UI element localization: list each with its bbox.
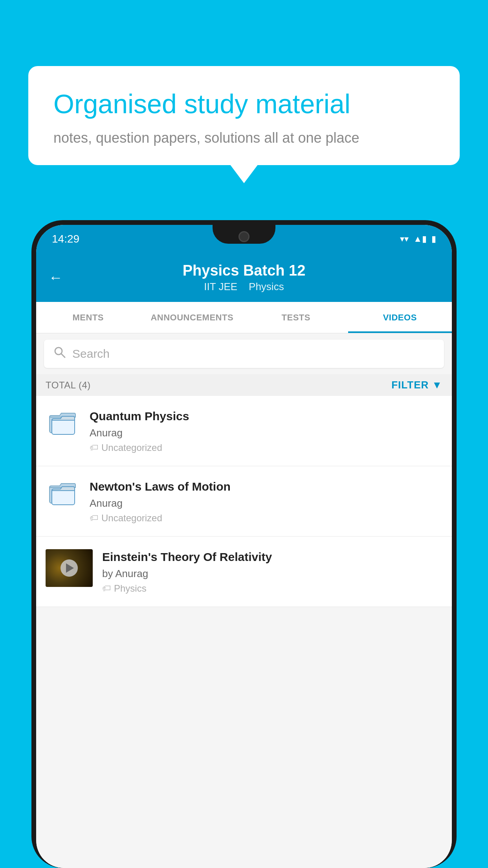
video-list: Quantum Physics Anurag 🏷 Uncategorized <box>36 396 452 607</box>
tag-text: Physics <box>114 583 147 594</box>
tab-videos[interactable]: VIDEOS <box>348 302 452 333</box>
battery-icon: ▮ <box>431 234 436 244</box>
tag-icon: 🏷 <box>90 443 98 453</box>
video-author: by Anurag <box>102 568 442 580</box>
filter-label: FILTER <box>391 379 429 391</box>
list-item[interactable]: Einstein's Theory Of Relativity by Anura… <box>36 537 452 607</box>
search-bar[interactable]: Search <box>44 340 444 368</box>
filter-icon: ▼ <box>432 379 442 391</box>
filter-row: TOTAL (4) FILTER ▼ <box>36 374 452 396</box>
list-item[interactable]: Quantum Physics Anurag 🏷 Uncategorized <box>36 396 452 466</box>
folder-icon-container <box>46 479 80 506</box>
header-title: Physics Batch 12 <box>183 262 306 279</box>
video-author: Anurag <box>90 427 442 439</box>
svg-rect-3 <box>52 419 75 434</box>
header-subtitle: IIT JEE Physics <box>204 281 284 293</box>
total-count: TOTAL (4) <box>46 380 91 391</box>
video-tag: 🏷 Uncategorized <box>90 442 442 453</box>
svg-line-1 <box>61 354 65 357</box>
video-tag: 🏷 Physics <box>102 583 442 594</box>
play-triangle-icon <box>66 563 74 573</box>
bubble-title: Organised study material <box>53 88 435 120</box>
bubble-subtitle: notes, question papers, solutions all at… <box>53 130 435 146</box>
tab-tests[interactable]: TESTS <box>244 302 348 333</box>
folder-icon <box>49 410 77 435</box>
notch <box>213 225 275 244</box>
app-header: ← Physics Batch 12 IIT JEE Physics <box>36 253 452 302</box>
filter-button[interactable]: FILTER ▼ <box>391 379 442 391</box>
search-icon <box>53 346 66 362</box>
svg-rect-5 <box>52 489 75 505</box>
folder-icon <box>49 480 77 506</box>
tab-announcements[interactable]: ANNOUNCEMENTS <box>140 302 244 333</box>
tag-icon: 🏷 <box>102 583 111 594</box>
video-thumbnail <box>46 549 93 587</box>
video-info: Newton's Laws of Motion Anurag 🏷 Uncateg… <box>90 479 442 524</box>
signal-icon: ▲▮ <box>413 234 427 244</box>
video-author: Anurag <box>90 497 442 509</box>
tab-ments[interactable]: MENTS <box>36 302 140 333</box>
video-tag: 🏷 Uncategorized <box>90 513 442 524</box>
search-placeholder: Search <box>72 347 110 360</box>
status-time: 14:29 <box>52 233 79 245</box>
back-button[interactable]: ← <box>49 269 63 286</box>
screen-content: Search TOTAL (4) FILTER ▼ <box>36 333 452 868</box>
tag-text: Uncategorized <box>101 513 162 524</box>
tabs-bar: MENTS ANNOUNCEMENTS TESTS VIDEOS <box>36 302 452 333</box>
video-title: Einstein's Theory Of Relativity <box>102 549 442 565</box>
phone-screen: 14:29 ▾▾ ▲▮ ▮ ← Physics Batch 12 IIT JEE… <box>36 225 452 868</box>
phone-frame: 14:29 ▾▾ ▲▮ ▮ ← Physics Batch 12 IIT JEE… <box>31 220 457 868</box>
folder-icon-container <box>46 408 80 435</box>
video-title: Newton's Laws of Motion <box>90 479 442 494</box>
camera <box>238 231 250 242</box>
wifi-icon: ▾▾ <box>400 234 409 244</box>
video-info: Quantum Physics Anurag 🏷 Uncategorized <box>90 408 442 453</box>
list-item[interactable]: Newton's Laws of Motion Anurag 🏷 Uncateg… <box>36 466 452 537</box>
play-button[interactable] <box>61 559 78 577</box>
video-info: Einstein's Theory Of Relativity by Anura… <box>102 549 442 594</box>
header-subtitle-iitjee: IIT JEE <box>204 281 237 292</box>
video-title: Quantum Physics <box>90 408 442 424</box>
phone-inner: 14:29 ▾▾ ▲▮ ▮ ← Physics Batch 12 IIT JEE… <box>36 225 452 868</box>
thumbnail-image <box>46 549 93 587</box>
speech-bubble: Organised study material notes, question… <box>28 66 460 165</box>
tag-text: Uncategorized <box>101 442 162 453</box>
status-icons: ▾▾ ▲▮ ▮ <box>400 234 436 244</box>
tag-icon: 🏷 <box>90 513 98 523</box>
header-subtitle-physics: Physics <box>249 281 284 292</box>
